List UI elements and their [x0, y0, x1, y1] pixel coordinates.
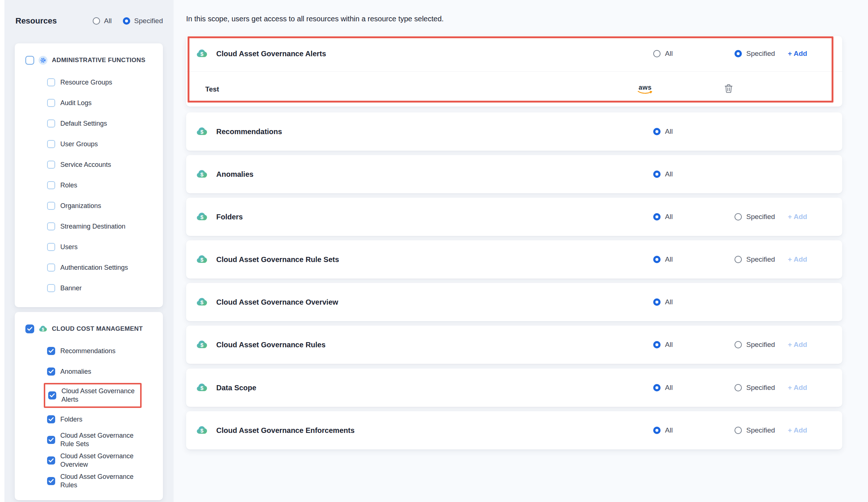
add-resource-button[interactable]: + Add — [788, 341, 807, 349]
scope-option-all[interactable]: All — [93, 17, 112, 25]
row-scope-option-specified[interactable]: Specified — [734, 426, 775, 434]
row-radio-all-label: All — [665, 426, 673, 434]
row-radio-all[interactable] — [653, 256, 661, 263]
row-scope-option-all[interactable]: All — [653, 128, 673, 136]
row-scope-option-specified[interactable]: Specified — [734, 50, 775, 58]
row-radio-all-label: All — [665, 128, 673, 136]
sidebar-item[interactable]: Anomalies — [15, 361, 163, 382]
row-radio-all[interactable] — [653, 427, 661, 434]
row-scope-option-specified[interactable]: Specified — [734, 384, 775, 392]
resource-card-header: $AnomaliesAll — [186, 155, 842, 193]
item-checkbox[interactable] — [47, 263, 55, 272]
row-scope-option-specified[interactable]: Specified — [734, 255, 775, 263]
row-radio-all[interactable] — [653, 128, 661, 135]
highlighted-sidebar-item[interactable]: Cloud Asset Governance Alerts — [44, 383, 142, 408]
row-radio-all[interactable] — [653, 341, 661, 348]
row-radio-all-label: All — [665, 50, 673, 58]
row-scope-option-all[interactable]: All — [653, 255, 673, 263]
item-checkbox[interactable] — [47, 119, 55, 128]
add-resource-button[interactable]: + Add — [788, 426, 807, 434]
resource-type-card: $Cloud Asset Governance AlertsAllSpecifi… — [186, 36, 842, 107]
radio-specified[interactable] — [123, 17, 130, 25]
sidebar-item[interactable]: Cloud Asset Governance Rule Sets — [15, 430, 163, 450]
item-checkbox[interactable] — [47, 436, 55, 444]
sidebar-item[interactable]: Default Settings — [15, 113, 163, 134]
sidebar-item[interactable]: Roles — [15, 175, 163, 196]
delete-icon[interactable] — [724, 83, 733, 95]
row-radio-all[interactable] — [653, 384, 661, 391]
item-checkbox[interactable] — [47, 243, 55, 251]
row-scope-option-specified[interactable]: Specified — [734, 213, 775, 221]
item-checkbox[interactable] — [47, 477, 55, 485]
sidebar-item[interactable]: Resource Groups — [15, 72, 163, 93]
item-checkbox[interactable] — [48, 391, 56, 399]
sidebar-item-label: Users — [60, 243, 78, 251]
cloud-dollar-icon: $ — [196, 382, 208, 394]
row-scope-option-all[interactable]: All — [653, 384, 673, 392]
add-resource-button[interactable]: + Add — [788, 255, 807, 263]
resource-type-title: Cloud Asset Governance Alerts — [216, 50, 326, 58]
resource-type-title: Cloud Asset Governance Enforcements — [216, 426, 355, 435]
resource-rows: $Cloud Asset Governance AlertsAllSpecifi… — [186, 0, 842, 502]
sidebar-item-label: Authentication Settings — [60, 263, 128, 272]
item-checkbox[interactable] — [47, 181, 55, 189]
cloud-dollar-icon: $ — [196, 168, 208, 180]
row-radio-specified-label: Specified — [746, 384, 775, 392]
row-scope-option-specified[interactable]: Specified — [734, 341, 775, 349]
item-checkbox[interactable] — [47, 99, 55, 107]
sidebar-item[interactable]: Streaming Destination — [15, 216, 163, 237]
row-scope-option-all[interactable]: All — [653, 426, 673, 434]
sidebar-item[interactable]: User Groups — [15, 134, 163, 154]
sidebar-item-label: Cloud Asset Governance Rules — [60, 473, 138, 490]
row-radio-all[interactable] — [653, 171, 661, 178]
row-scope-option-all[interactable]: All — [653, 341, 673, 349]
radio-all[interactable] — [93, 17, 100, 25]
row-radio-specified[interactable] — [734, 384, 742, 391]
item-checkbox[interactable] — [47, 415, 55, 423]
item-checkbox[interactable] — [47, 78, 55, 86]
sidebar-item-label: Roles — [60, 181, 77, 190]
section-checkbox[interactable] — [25, 56, 34, 65]
row-radio-specified[interactable] — [734, 427, 742, 434]
row-radio-all[interactable] — [653, 213, 661, 220]
row-radio-specified[interactable] — [734, 341, 742, 348]
row-radio-specified-label: Specified — [746, 426, 775, 434]
sidebar-item[interactable]: Authentication Settings — [15, 257, 163, 278]
row-radio-all[interactable] — [653, 298, 661, 306]
sidebar-item-label: Service Accounts — [60, 161, 111, 169]
row-radio-specified[interactable] — [734, 256, 742, 263]
row-radio-all[interactable] — [653, 50, 661, 57]
add-resource-button[interactable]: + Add — [788, 213, 807, 221]
scope-option-specified[interactable]: Specified — [123, 17, 163, 25]
row-scope-option-all[interactable]: All — [653, 213, 673, 221]
section-checkbox[interactable] — [25, 324, 34, 333]
cloud-dollar-icon: $ — [196, 339, 208, 351]
sidebar-item[interactable]: Organizations — [15, 196, 163, 216]
sidebar-item[interactable]: Folders — [15, 409, 163, 430]
item-checkbox[interactable] — [47, 202, 55, 210]
item-checkbox[interactable] — [47, 456, 55, 465]
item-checkbox[interactable] — [47, 347, 55, 355]
sidebar-item[interactable]: Service Accounts — [15, 154, 163, 175]
row-radio-all-label: All — [665, 298, 673, 306]
sidebar-item[interactable]: Cloud Asset Governance Rules — [15, 471, 163, 491]
row-scope-option-all[interactable]: All — [653, 50, 673, 58]
add-resource-button[interactable]: + Add — [788, 384, 807, 392]
row-scope-option-all[interactable]: All — [653, 170, 673, 178]
row-radio-specified[interactable] — [734, 213, 742, 220]
sidebar-item[interactable]: Banner — [15, 278, 163, 298]
add-resource-button[interactable]: + Add — [788, 50, 807, 58]
sidebar-item-label: Audit Logs — [60, 99, 92, 107]
row-scope-option-all[interactable]: All — [653, 298, 673, 306]
item-checkbox[interactable] — [47, 367, 55, 376]
item-checkbox[interactable] — [47, 140, 55, 148]
resource-card-header: $FoldersAllSpecified+ Add — [186, 198, 842, 236]
sidebar-item[interactable]: Users — [15, 237, 163, 257]
sidebar-item[interactable]: Recommendations — [15, 341, 163, 361]
sidebar-item[interactable]: Audit Logs — [15, 93, 163, 113]
item-checkbox[interactable] — [47, 284, 55, 292]
item-checkbox[interactable] — [47, 161, 55, 169]
item-checkbox[interactable] — [47, 222, 55, 230]
sidebar-item[interactable]: Cloud Asset Governance Overview — [15, 450, 163, 471]
row-radio-specified[interactable] — [734, 50, 742, 57]
